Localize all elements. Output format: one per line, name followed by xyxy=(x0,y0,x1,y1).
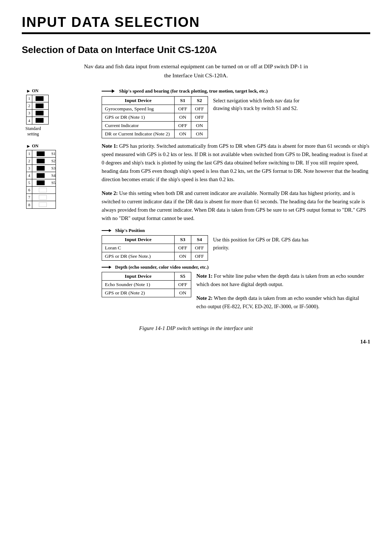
ship-speed-table: Input Device S1 S2 Gyrocompass, Speed lo… xyxy=(102,96,208,138)
on-label-row-standard: ► ON xyxy=(26,88,38,94)
ships-position-table-col: Input Device S3 S4 Loran C OFF OFF xyxy=(102,235,208,261)
dip-num-3: 3 xyxy=(26,110,32,117)
dip-row-1: 1 xyxy=(26,95,48,102)
dip-label-s1: S1 xyxy=(51,151,56,156)
switch-s7 xyxy=(39,195,47,200)
left-column: ► ON 1 2 3 xyxy=(22,88,98,319)
td-echo-sounder: Echo Sounder (Note 1) xyxy=(102,281,175,289)
dip-row-s6: 6 xyxy=(26,187,56,194)
switch-s4 xyxy=(37,173,45,178)
dip-diagram-labeled: ► ON 1 S1 2 S2 xyxy=(25,143,98,209)
switch-s2 xyxy=(37,159,45,163)
depth-section: Depth (echo sounder, color video sounder… xyxy=(102,264,370,316)
dip-label-s2: S2 xyxy=(51,159,56,163)
table-row: GPS or DR (Note 1) ON OFF xyxy=(102,113,208,121)
switch-on-3 xyxy=(36,111,44,115)
dip-slot-1 xyxy=(32,95,48,102)
ship-speed-section: Ship's speed and bearing (for track plot… xyxy=(102,88,370,138)
td-current: Current Indicator xyxy=(102,121,175,130)
th-input-device-2: Input Device xyxy=(102,236,175,244)
td-gps-dr-s5: ON xyxy=(175,289,191,297)
page-title: INPUT DATA SELECTION xyxy=(22,15,370,30)
td-gyro: Gyrocompass, Speed log xyxy=(102,105,175,113)
td-gps-dr-note2: GPS or DR (Note 2) xyxy=(102,289,175,297)
td-gps-dr-s2: OFF xyxy=(191,113,208,121)
table-row: DR or Current Indicator (Note 2) ON ON xyxy=(102,130,208,138)
depth-note2-para: Note 2: When the depth data is taken fro… xyxy=(196,294,370,311)
depth-label-row: Depth (echo sounder, color video sounder… xyxy=(102,264,370,270)
ship-speed-label: Ship's speed and bearing (for track plot… xyxy=(102,88,370,94)
dip-num-2: 2 xyxy=(26,102,32,109)
note1-text: GPS has priority. Switched automatically… xyxy=(102,143,369,183)
dip-label-s4: S4 xyxy=(51,173,56,178)
switch-s6 xyxy=(39,188,47,192)
dip-row-s7: 7 xyxy=(26,194,56,201)
note2-text: Use this setting when both DR and curren… xyxy=(102,190,366,221)
dip-label-s3: S3 xyxy=(51,166,56,170)
td-gps-see-note-s3: ON xyxy=(175,252,191,261)
dip-diagram-standard: ► ON 1 2 3 xyxy=(25,88,98,137)
ships-position-label: Ship's Position xyxy=(115,228,145,233)
dip-slot-4 xyxy=(32,117,48,124)
note1-para: Note 1: GPS has priority. Switched autom… xyxy=(102,142,370,184)
dip-row-s3: 3 S3 xyxy=(26,165,56,172)
title-rule xyxy=(22,32,370,34)
dip-slot-s8 xyxy=(32,201,55,208)
dip-slot-s4 xyxy=(32,172,50,179)
dip-slot-s2 xyxy=(32,158,50,164)
dip-num-s1: 1 xyxy=(26,150,32,157)
switch-on-2 xyxy=(36,103,44,108)
dip-row-s8: 8 xyxy=(26,201,56,208)
section-heading: Selection of Data on Interface Unit CS-1… xyxy=(22,44,370,56)
depth-note2-text: When the depth data is taken from an ech… xyxy=(196,295,359,309)
td-gps-see-note-s4: OFF xyxy=(191,252,208,261)
dip-slot-s5 xyxy=(32,179,50,186)
th-s4: S4 xyxy=(191,236,208,244)
table-row: Echo Sounder (Note 1) OFF xyxy=(102,281,191,289)
dip-slot-s6 xyxy=(32,187,55,194)
dip-num-s6: 6 xyxy=(26,187,32,194)
table-row: Current Indicator OFF ON xyxy=(102,121,208,130)
dip-slot-s7 xyxy=(32,194,55,201)
dip-slot-s1 xyxy=(32,150,50,157)
dip-slot-s3 xyxy=(32,165,50,172)
on-label: ON xyxy=(32,88,38,94)
dip-slot-2 xyxy=(32,102,48,109)
dip-num-1: 1 xyxy=(26,95,32,102)
td-dr-current-s2: ON xyxy=(191,130,208,138)
dip-num-s5: 5 xyxy=(26,179,32,186)
on-label-2: ON xyxy=(32,143,38,149)
ships-position-section: Ship's Position Input Device S3 S4 xyxy=(102,228,370,261)
td-current-s2: ON xyxy=(191,121,208,130)
dip-switch-labeled: ► ON 1 S1 2 S2 xyxy=(22,143,98,209)
th-input-device-3: Input Device xyxy=(102,272,175,281)
depth-note2-bold: Note 2: xyxy=(196,295,213,301)
td-gps-dr: GPS or DR (Note 1) xyxy=(102,113,175,121)
td-loran-s3: OFF xyxy=(175,244,191,252)
dip-row-3: 3 xyxy=(26,110,48,117)
table-row: Gyrocompass, Speed log OFF OFF xyxy=(102,105,208,113)
dip-num-s3: 3 xyxy=(26,165,32,172)
dip-label-s5: S5 xyxy=(51,180,56,185)
dip-row-2: 2 xyxy=(26,102,48,110)
ship-speed-side-note: Select navigation which feeds nav data f… xyxy=(213,96,311,113)
depth-label: Depth (echo sounder, color video sounder… xyxy=(115,264,209,270)
ships-position-label-row: Ship's Position xyxy=(102,228,370,233)
table-row: GPS or DR (See Note.) ON OFF xyxy=(102,252,208,261)
depth-notes-col: Note 1: For white line pulse when the de… xyxy=(196,272,370,316)
dip-num-s7: 7 xyxy=(26,194,32,201)
switch-s3 xyxy=(37,166,45,171)
switch-s5 xyxy=(37,180,45,185)
note1-bold: Note 1: xyxy=(102,143,118,149)
dip-standard-label: Standard setting xyxy=(25,126,41,137)
switch-s1 xyxy=(37,151,45,156)
note2-bold: Note 2: xyxy=(102,190,118,196)
dip-row-s5: 5 S5 xyxy=(26,179,56,187)
depth-note1-para: Note 1: For white line pulse when the de… xyxy=(196,272,370,289)
td-current-s1: OFF xyxy=(175,121,191,130)
dip-num-s2: 2 xyxy=(26,158,32,164)
table-row: Loran C OFF OFF xyxy=(102,244,208,252)
depth-table: Input Device S5 Echo Sounder (Note 1) OF… xyxy=(102,272,191,297)
on-arrow: ► xyxy=(26,88,31,94)
dip-num-s4: 4 xyxy=(26,172,32,179)
